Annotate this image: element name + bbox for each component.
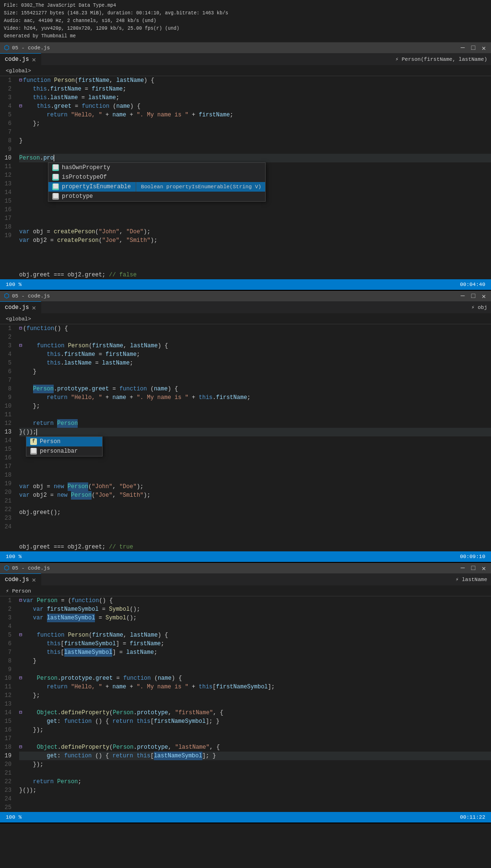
code-line-3-13: [19, 700, 491, 708]
code-line-2-16: [19, 474, 491, 482]
code-line-2-14: [19, 457, 491, 465]
ac-item-personalbar[interactable]: ⬜ personalbar: [26, 446, 102, 456]
code-line-3-5: ⊟ function Person(firstName, lastName) {: [19, 631, 491, 640]
maximize-button-2[interactable]: □: [470, 292, 477, 300]
title-bar-controls-3: ─ □ ✕: [459, 564, 487, 572]
code-line-3-22: return Person;: [19, 777, 491, 786]
minimize-button-3[interactable]: ─: [459, 564, 466, 572]
status-time-3: 00:11:22: [460, 814, 485, 820]
breadcrumb-right-3: ⚡ lastName: [456, 576, 487, 582]
code-line-2-23: [19, 534, 491, 543]
code-line-2-12: return Person: [19, 419, 491, 428]
minimize-button[interactable]: ─: [459, 44, 466, 52]
code-line-1-8: }: [19, 137, 491, 145]
code-line-1-15: var obj2 = createPerson("Joe", "Smith");: [19, 236, 491, 245]
maximize-button[interactable]: □: [470, 44, 477, 52]
ac-item-hasownproperty[interactable]: ⬜ hasOwnProperty: [48, 163, 265, 172]
status-right-1: 00:04:40: [460, 282, 485, 287]
code-line-3-23: }());: [19, 786, 491, 795]
code-line-2-19: [19, 500, 491, 508]
code-area-2[interactable]: ⊟(function() { ⊟ function Person(firstNa…: [17, 324, 491, 551]
ac-icon-property-3: ⬜: [52, 183, 59, 190]
ac-icon-field-2: ⬜: [30, 448, 37, 455]
breadcrumb-person-3: ⚡ Person: [6, 588, 31, 594]
line-numbers-1: 1 2 3 4 5 6 7 8 9 10 11 12 13 14 15 16 1…: [0, 76, 17, 279]
title-bar-left-2: ⬡ 05 - code.js: [4, 292, 50, 300]
fold-1-1[interactable]: ⊟: [19, 76, 22, 85]
code-line-3-25: [19, 803, 491, 812]
ac-item-isprototypeof[interactable]: ⬜ isPrototypeOf: [48, 172, 265, 182]
code-line-1-5: return "Hello, " + name + ". My name is …: [19, 111, 491, 119]
tab-code-js-1[interactable]: code.js ✕: [0, 53, 41, 65]
code-line-3-18: ⊟ Object.defineProperty(Person.prototype…: [19, 743, 491, 752]
minimize-button-2[interactable]: ─: [459, 292, 466, 300]
tab-label-1: code.js: [5, 56, 29, 63]
code-line-3-3: var lastNameSymbol = Symbol();: [19, 614, 491, 622]
ac-item-prototype[interactable]: ⬜ prototype: [48, 192, 265, 201]
line-numbers-2: 1 2 3 4 5 6 7 8 9 10 11 12 13 14 15 16 1…: [0, 324, 17, 551]
ac-icon-field-1: ⬜: [52, 193, 59, 200]
code-line-1-19: obj.greet === obj2.greet; // false: [19, 271, 491, 279]
status-left-2: 100 %: [6, 554, 22, 560]
code-line-1-4: ⊟ this.greet = function (name) {: [19, 102, 491, 111]
tab-code-js-3[interactable]: code.js ✕: [0, 573, 41, 585]
tab-bar-right-2: ⚡ obj: [471, 301, 491, 313]
tab-bar-right-3: ⚡ lastName: [456, 573, 491, 585]
title-bar-3: ⬡ 05 - code.js ─ □ ✕: [0, 563, 491, 573]
code-line-1-1: ⊟function Person(firstName, lastName) {: [19, 76, 491, 85]
tab-label-3: code.js: [5, 576, 29, 583]
code-line-3-14: ⊟ Object.defineProperty(Person.prototype…: [19, 708, 491, 717]
ac-icon-func-1: f: [30, 438, 37, 445]
close-button[interactable]: ✕: [480, 44, 487, 52]
cursor-1: [54, 155, 54, 161]
code-line-1-2: this.firstName = firstName;: [19, 85, 491, 93]
tab-code-js-2[interactable]: code.js ✕: [0, 301, 41, 313]
title-bar-controls-2: ─ □ ✕: [459, 292, 487, 300]
close-button-2[interactable]: ✕: [480, 292, 487, 300]
code-line-1-12: [19, 210, 491, 219]
title-bar-left: ⬡ 05 - code.js: [4, 44, 50, 52]
code-line-3-12: };: [19, 691, 491, 700]
code-line-3-2: var firstNameSymbol = Symbol();: [19, 605, 491, 614]
status-left-3: 100 %: [6, 814, 22, 820]
vscode-icon-2: ⬡: [4, 292, 9, 300]
code-line-2-8: Person.prototype.greet = function (name)…: [19, 385, 491, 393]
code-line-2-21: [19, 517, 491, 525]
code-line-2-18: var obj2 = new Person("Joe", "Smith");: [19, 491, 491, 500]
close-button-3[interactable]: ✕: [480, 564, 487, 572]
title-bar-1: ⬡ 05 - code.js ─ □ ✕: [0, 43, 491, 53]
vscode-window-1: File: 0302_The JavaScript Data Type.mp4 …: [0, 0, 491, 291]
code-line-3-10: ⊟ Person.prototype.greet = function (nam…: [19, 674, 491, 683]
code-line-3-21: [19, 769, 491, 777]
breadcrumb-right-1: ⚡ Person(firstName, lastName): [396, 56, 487, 62]
code-line-1-7: [19, 128, 491, 137]
file-info-header: File: 0302_The JavaScript Data Type.mp4 …: [0, 0, 491, 43]
code-line-1-16: [19, 245, 491, 253]
maximize-button-3[interactable]: □: [470, 564, 477, 572]
fold-1-4[interactable]: ⊟: [19, 102, 22, 111]
ac-item-person[interactable]: f Person: [26, 437, 102, 446]
tab-bar-right-1: ⚡ Person(firstName, lastName): [396, 53, 491, 65]
status-bar-1: 100 % 00:04:40: [0, 279, 491, 290]
code-line-3-17: [19, 734, 491, 743]
code-line-1-18: [19, 262, 491, 271]
file-info-line5: Generated by Thumbnail me: [4, 33, 487, 40]
tab-close-2[interactable]: ✕: [32, 304, 35, 312]
tab-close-3[interactable]: ✕: [32, 576, 35, 584]
code-area-1[interactable]: ⊟function Person(firstName, lastName) { …: [17, 76, 491, 279]
code-line-1-13: [19, 219, 491, 228]
code-line-2-5: this.lastName = lastName;: [19, 359, 491, 367]
title-bar-2: ⬡ 05 - code.js ─ □ ✕: [0, 291, 491, 301]
code-line-3-7: this[lastNameSymbol] = lastName;: [19, 648, 491, 657]
status-bar-3: 100 % 00:11:22: [0, 812, 491, 822]
breadcrumb-global-2: <global>: [6, 316, 31, 322]
status-time-1: 00:04:40: [460, 282, 485, 287]
code-area-3[interactable]: ⊟var Person = (function() { var firstNam…: [17, 596, 491, 812]
tab-label-2: code.js: [5, 304, 29, 311]
tab-close-1[interactable]: ✕: [32, 56, 35, 64]
breadcrumb-bar-3: ⚡ Person: [0, 586, 491, 596]
code-line-3-15: get: function () { return this[firstName…: [19, 717, 491, 726]
ac-item-propertyisenumerable[interactable]: ⬜ propertyIsEnumerable Boolean propertyI…: [48, 182, 265, 192]
code-line-3-16: });: [19, 726, 491, 734]
breadcrumb-bar-2: <global>: [0, 314, 491, 324]
